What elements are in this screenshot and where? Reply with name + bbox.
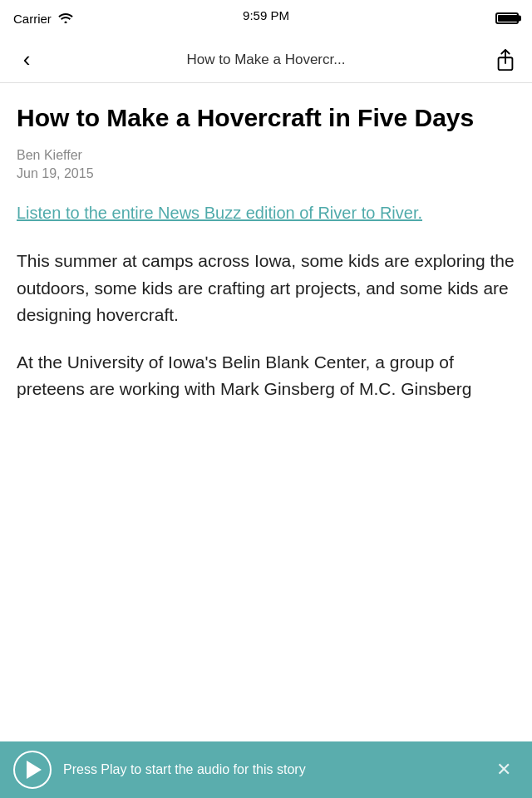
carrier-label: Carrier — [13, 12, 52, 26]
back-button[interactable]: ‹ — [10, 43, 43, 76]
audio-player-bar: Press Play to start the audio for this s… — [0, 741, 532, 798]
article-link[interactable]: Listen to the entire News Buzz edition o… — [17, 201, 515, 224]
article-body: This summer at camps across Iowa, some k… — [17, 248, 515, 403]
article-author: Ben Kieffer — [17, 148, 515, 163]
audio-prompt: Press Play to start the audio for this s… — [63, 761, 489, 779]
body-paragraph-2: At the University of Iowa's Belin Blank … — [17, 349, 515, 403]
article-content: How to Make a Hovercraft in Five Days Be… — [0, 83, 532, 741]
play-icon — [27, 761, 42, 779]
nav-title: How to Make a Hovercr... — [43, 52, 489, 68]
close-audio-button[interactable]: ✕ — [489, 755, 519, 785]
share-icon — [495, 48, 515, 71]
play-button[interactable] — [13, 751, 52, 789]
status-time: 9:59 PM — [243, 8, 289, 22]
status-right — [495, 12, 519, 24]
wifi-icon — [58, 12, 73, 26]
article-title: How to Make a Hovercraft in Five Days — [17, 103, 515, 133]
battery-icon — [495, 12, 519, 24]
article-date: Jun 19, 2015 — [17, 166, 515, 181]
nav-bar: ‹ How to Make a Hovercr... — [0, 37, 532, 83]
status-bar: Carrier 9:59 PM — [0, 0, 532, 37]
share-button[interactable] — [489, 43, 522, 76]
status-left: Carrier — [13, 12, 73, 26]
back-chevron-icon: ‹ — [23, 48, 31, 70]
body-paragraph-1: This summer at camps across Iowa, some k… — [17, 248, 515, 329]
close-icon: ✕ — [496, 759, 511, 781]
